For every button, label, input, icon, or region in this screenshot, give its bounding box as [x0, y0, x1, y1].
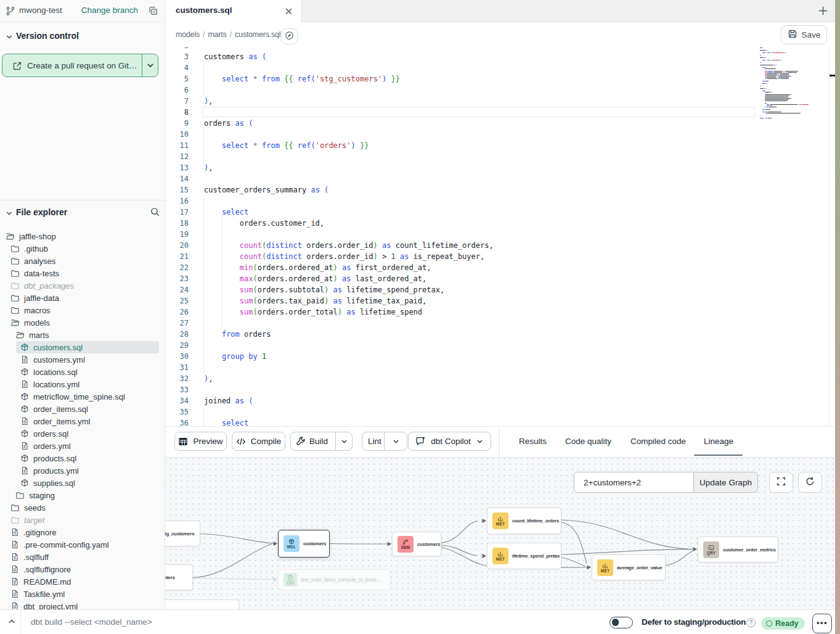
- line-number: 13: [165, 162, 189, 173]
- tree-item-orders.sql[interactable]: orders.sql: [20, 427, 68, 440]
- breadcrumb-separator: /: [203, 30, 205, 39]
- close-icon[interactable]: [282, 5, 295, 17]
- tree-item-jaffle-data[interactable]: jaffle-data: [10, 292, 59, 304]
- refresh-button[interactable]: [798, 472, 822, 493]
- lineage-search-input[interactable]: 2+customers+2: [574, 472, 694, 493]
- lineage-panel[interactable]: MDLstg_customersMDLordersMDLcustomersTST…: [165, 458, 835, 609]
- tree-item-products.yml[interactable]: products.yml: [20, 464, 79, 477]
- tree-item-dbt-packages[interactable]: dbt_packages: [10, 279, 74, 292]
- toolbar-button-label: Lint: [368, 437, 381, 446]
- tree-item-customers.yml[interactable]: customers.yml: [20, 353, 85, 366]
- lineage-node-customers-model[interactable]: MDLcustomers: [278, 530, 330, 558]
- tab-compiled-code[interactable]: Compiled code: [630, 437, 686, 446]
- tree-item-supplies.sql[interactable]: supplies.sql: [20, 477, 75, 489]
- tree-item-.pre-commit-config.yaml[interactable]: .pre-commit-config.yaml: [10, 538, 109, 551]
- lint-button[interactable]: Lint: [362, 432, 407, 451]
- tree-item-products.sql[interactable]: products.sql: [20, 452, 76, 464]
- file-explorer-chevron-icon[interactable]: [6, 208, 13, 220]
- tree-item-.github[interactable]: .github: [10, 242, 48, 255]
- build-button[interactable]: Build: [290, 432, 353, 451]
- chevron-down-icon[interactable]: [392, 437, 400, 445]
- chevron-up-icon[interactable]: [5, 615, 18, 628]
- line-number: 3: [165, 51, 189, 62]
- indent-guide: [203, 229, 204, 240]
- code-line: min(orders.ordered_at) as first_ordered_…: [204, 262, 431, 273]
- indent-guide: [203, 340, 204, 351]
- tree-item-customers.sql[interactable]: customers.sql: [20, 341, 83, 353]
- tree-item-order-items.yml[interactable]: order_items.yml: [20, 415, 90, 427]
- tab-code-quality[interactable]: Code quality: [565, 437, 611, 446]
- tree-item-seeds[interactable]: seeds: [10, 501, 46, 514]
- tree-item-README.md[interactable]: README.md: [10, 575, 71, 588]
- breadcrumb-item[interactable]: customers.sql: [235, 30, 281, 39]
- tree-item-macros[interactable]: macros: [10, 304, 51, 316]
- compile-button[interactable]: Compile: [232, 432, 285, 451]
- pr-button-divider: [142, 54, 142, 76]
- tree-item-dbt-project.yml[interactable]: dbt_project.yml: [10, 600, 78, 609]
- preview-button[interactable]: Preview: [174, 432, 227, 451]
- chevron-down-icon[interactable]: [340, 437, 348, 445]
- node-label: stg_customers: [165, 531, 194, 537]
- tree-item-label: .sqlfluff: [23, 553, 49, 562]
- update-graph-button[interactable]: Update Graph: [694, 472, 758, 493]
- tree-item-.gitignore[interactable]: .gitignore: [10, 526, 56, 538]
- save-button[interactable]: Save: [781, 25, 827, 44]
- tab-lineage[interactable]: Lineage: [704, 437, 733, 446]
- tree-item-.sqlfluffignore[interactable]: .sqlfluffignore: [10, 563, 71, 575]
- lineage-node-average_order_value[interactable]: METaverage_order_value: [592, 554, 666, 580]
- dbt-copilot-button[interactable]: dbt Copilot: [408, 432, 491, 451]
- copy-icon[interactable]: [148, 6, 158, 19]
- sem-icon: [402, 539, 409, 545]
- branch-name: mwong-test: [19, 6, 62, 15]
- tree-item-orders.yml[interactable]: orders.yml: [20, 440, 71, 452]
- tree-item-label: .gitignore: [23, 528, 56, 537]
- help-icon[interactable]: ?: [746, 618, 756, 627]
- tree-item-staging[interactable]: staging: [15, 489, 55, 501]
- pr-dropdown-caret[interactable]: [146, 61, 155, 72]
- create-pr-button[interactable]: Create a pull request on Git…: [2, 54, 158, 77]
- badge-met: MET: [492, 548, 508, 564]
- folder-icon: [10, 516, 20, 525]
- lineage-node-count_lifetime_orders[interactable]: METcount_lifetime_orders: [487, 508, 561, 534]
- lineage-node-orders[interactable]: MDLorders: [165, 564, 193, 590]
- tree-item-label: dbt_packages: [24, 281, 74, 290]
- lineage-node-test-order-items[interactable]: TSTtest_order_items_compute_to_bools…: [278, 569, 391, 590]
- lineage-node-stg_customers[interactable]: MDLstg_customers: [165, 521, 200, 546]
- tree-item-metricflow-time-spine.sql[interactable]: metricflow_time_spine.sql: [20, 390, 125, 403]
- tab-results[interactable]: Results: [519, 437, 547, 446]
- minimap[interactable]: [760, 47, 829, 426]
- breadcrumb-item[interactable]: marts: [208, 30, 226, 39]
- tree-item-label: metricflow_time_spine.sql: [33, 392, 125, 401]
- more-options-button[interactable]: •••: [812, 614, 832, 633]
- tree-item-models[interactable]: models: [10, 316, 50, 329]
- breadcrumb-item[interactable]: models: [176, 30, 200, 39]
- command-hint[interactable]: dbt build --select <model_name>: [31, 617, 152, 627]
- tree-item-target[interactable]: target: [10, 514, 44, 526]
- fullscreen-button[interactable]: [769, 472, 793, 493]
- tree-item-locations.sql[interactable]: locations.sql: [20, 366, 78, 378]
- tree-item-data-tests[interactable]: data-tests: [10, 267, 59, 279]
- version-control-chevron-icon[interactable]: [6, 32, 13, 43]
- lineage-node-lifetime_spend_pretax[interactable]: METlifetime_spend_pretax: [487, 543, 561, 569]
- lineage-node-partial-node[interactable]: [165, 599, 239, 609]
- breadcrumb: models/marts/customers.sql: [176, 30, 280, 39]
- defer-toggle[interactable]: [610, 617, 633, 628]
- folder-open-icon: [6, 232, 15, 241]
- lineage-node-customers-semantic[interactable]: SEMcustomers: [392, 532, 441, 556]
- new-tab-button[interactable]: [815, 2, 831, 19]
- tree-item-marts[interactable]: marts: [15, 329, 49, 341]
- search-icon[interactable]: [150, 207, 160, 220]
- tree-item-jaffle-shop[interactable]: jaffle-shop: [6, 230, 56, 242]
- lineage-node-customer_order_metrics[interactable]: QRYcustomer_order_metrics: [698, 537, 778, 562]
- badge-sem: SEM: [398, 536, 414, 553]
- tree-item-analyses[interactable]: analyses: [10, 255, 55, 267]
- ellipsis-icon: •••: [817, 618, 828, 627]
- code-line: ),: [204, 373, 213, 384]
- change-branch-link[interactable]: Change branch: [81, 6, 138, 15]
- tree-item-order-items.sql[interactable]: order_items.sql: [20, 403, 88, 415]
- code-editor[interactable]: 23customers as (45 select * from {{ ref(…: [165, 47, 835, 426]
- tree-item-Taskfile.yml[interactable]: Taskfile.yml: [10, 588, 65, 600]
- tree-item-.sqlfluff[interactable]: .sqlfluff: [10, 551, 49, 563]
- tree-item-locations.yml[interactable]: locations.yml: [20, 378, 80, 390]
- explore-lineage-button[interactable]: [281, 28, 298, 44]
